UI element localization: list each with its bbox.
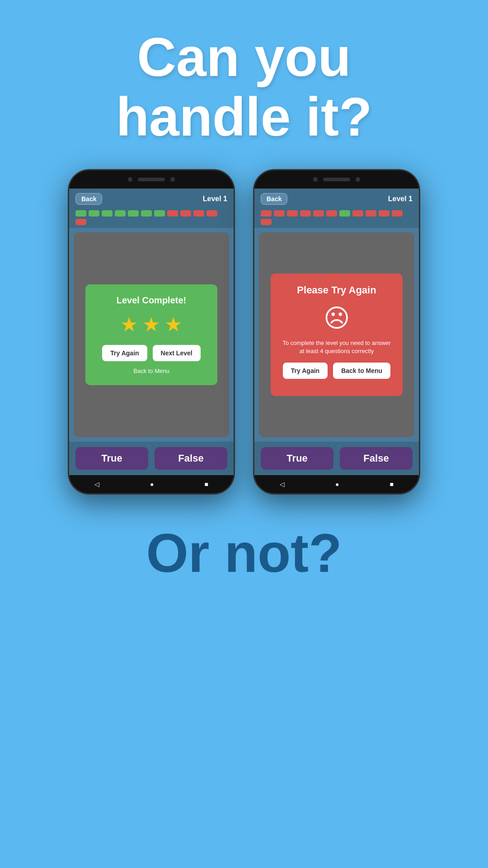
fail-buttons: Try Again Back to Menu <box>280 363 394 379</box>
progress-bar-left <box>69 208 234 228</box>
camera-dot2-right <box>356 177 360 182</box>
rdot-8 <box>352 210 363 217</box>
back-button-left[interactable]: Back <box>75 193 102 205</box>
footer-title: Or not? <box>0 522 488 584</box>
topbar-left: Back Level 1 <box>69 189 234 208</box>
try-again-btn-right[interactable]: Try Again <box>283 363 328 379</box>
rdot-4 <box>300 210 311 217</box>
star-2: ★ <box>142 313 160 336</box>
back-button-right[interactable]: Back <box>261 193 287 205</box>
dot-3 <box>102 210 113 217</box>
success-title: Level Complete! <box>94 295 208 306</box>
camera-dot-left <box>128 177 132 182</box>
dot-8 <box>167 210 178 217</box>
progress-bar-right <box>254 208 419 228</box>
dot-5 <box>128 210 139 217</box>
true-button-right[interactable]: True <box>261 447 333 470</box>
bottom-buttons-left: True False <box>69 442 234 475</box>
phone-right: Back Level 1 Please T <box>253 169 420 495</box>
try-again-btn-left[interactable]: Try Again <box>102 345 147 361</box>
rdot-1 <box>261 210 272 217</box>
game-area-left: Level Complete! ★ ★ ★ Try Again Next Lev… <box>74 232 229 437</box>
screen-right: Back Level 1 Please T <box>254 189 419 475</box>
bottom-buttons-right: True False <box>254 442 419 475</box>
dot-7 <box>154 210 165 217</box>
phone-bottom-left: ◁ ● ■ <box>69 475 234 493</box>
fail-title: Please Try Again <box>280 284 394 296</box>
rdot-12 <box>261 219 272 225</box>
rdot-10 <box>379 210 389 217</box>
star-1: ★ <box>120 313 138 336</box>
screen-left: Back Level 1 Level Co <box>69 189 234 475</box>
rdot-9 <box>366 210 376 217</box>
home-nav-icon-left[interactable]: ● <box>150 481 154 488</box>
success-buttons: Try Again Next Level <box>94 345 208 361</box>
dot-9 <box>180 210 191 217</box>
rdot-3 <box>287 210 298 217</box>
success-overlay: Level Complete! ★ ★ ★ Try Again Next Lev… <box>85 284 217 385</box>
fail-description: To complete the level you need to answer… <box>280 339 394 355</box>
sad-face-icon: ☹ <box>280 303 394 333</box>
star-3: ★ <box>164 313 182 336</box>
rdot-7 <box>339 210 350 217</box>
false-button-left[interactable]: False <box>155 447 227 470</box>
topbar-right: Back Level 1 <box>254 189 419 208</box>
dot-6 <box>141 210 152 217</box>
phone-top-right <box>254 170 419 189</box>
phone-top-left <box>69 170 234 189</box>
dot-2 <box>89 210 99 217</box>
next-level-btn[interactable]: Next Level <box>153 345 201 361</box>
rdot-5 <box>313 210 324 217</box>
speaker-right <box>323 178 350 181</box>
level-label-right: Level 1 <box>388 195 413 203</box>
header-title: Can you handle it? <box>0 0 488 146</box>
true-button-left[interactable]: True <box>75 447 148 470</box>
speaker-left <box>138 178 165 181</box>
camera-dot2-left <box>170 177 175 182</box>
dot-11 <box>206 210 217 217</box>
stars-row: ★ ★ ★ <box>94 313 208 336</box>
back-nav-icon-left[interactable]: ◁ <box>94 481 99 488</box>
phone-bottom-right: ◁ ● ■ <box>254 475 419 493</box>
home-nav-icon-right[interactable]: ● <box>335 481 339 488</box>
dot-12 <box>75 219 86 225</box>
false-button-right[interactable]: False <box>340 447 413 470</box>
rdot-2 <box>274 210 285 217</box>
dot-10 <box>193 210 204 217</box>
fail-overlay: Please Try Again ☹ To complete the level… <box>271 274 403 396</box>
square-nav-icon-left[interactable]: ■ <box>205 481 208 488</box>
square-nav-icon-right[interactable]: ■ <box>390 481 394 488</box>
dot-1 <box>75 210 86 217</box>
rdot-6 <box>326 210 337 217</box>
phones-container: Back Level 1 Level Co <box>0 169 488 495</box>
back-to-menu-btn-right[interactable]: Back to Menu <box>333 363 390 379</box>
level-label-left: Level 1 <box>203 195 227 203</box>
back-nav-icon-right[interactable]: ◁ <box>280 481 285 488</box>
game-area-right: Please Try Again ☹ To complete the level… <box>259 232 414 437</box>
back-to-menu-link-left[interactable]: Back to Menu <box>94 368 208 374</box>
dot-4 <box>115 210 126 217</box>
phone-left: Back Level 1 Level Co <box>68 169 235 495</box>
camera-dot-right <box>313 177 318 182</box>
rdot-11 <box>392 210 403 217</box>
